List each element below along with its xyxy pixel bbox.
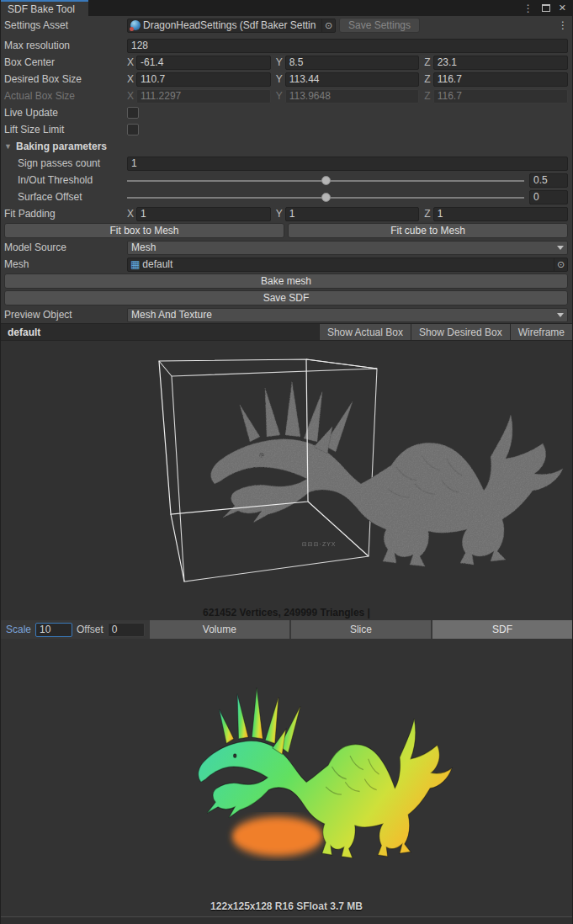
x-axis-label: X: [127, 56, 134, 68]
sign-passes-count-input[interactable]: 1: [127, 157, 568, 171]
window-menu-icon[interactable]: ⋮: [523, 3, 533, 13]
wireframe-button[interactable]: Wireframe: [510, 324, 572, 340]
fit-cube-to-mesh-button[interactable]: Fit cube to Mesh: [288, 223, 568, 238]
offset-label: Offset: [77, 624, 103, 635]
actual-box-size-row: Actual Box Size X 111.2297 Y 113.9648 Z …: [1, 88, 572, 104]
bake-mesh-button[interactable]: Bake mesh: [4, 273, 568, 289]
model-source-dropdown[interactable]: Mesh: [127, 241, 568, 255]
settings-asset-field[interactable]: DragonHeadSettings (Sdf Baker Settin ⊙: [127, 19, 336, 33]
offset-input[interactable]: 0: [108, 623, 145, 637]
settings-form: Max resolution 128 Box Center X -61.4 Y …: [1, 35, 572, 323]
y-axis-label: Y: [276, 56, 283, 68]
close-icon[interactable]: ✕: [559, 3, 566, 13]
settings-toolbar: Settings Asset DragonHeadSettings (Sdf B…: [1, 16, 572, 35]
y-axis-label: Y: [276, 208, 283, 220]
baking-parameters-label: Baking parameters: [16, 141, 107, 152]
surface-offset-label: Surface Offset: [4, 191, 127, 203]
sdf-preview-canvas: [1, 639, 572, 916]
surface-offset-input[interactable]: 0: [529, 190, 568, 204]
save-sdf-row: Save SDF: [1, 289, 572, 306]
slider-handle[interactable]: [321, 176, 331, 185]
show-desired-box-button[interactable]: Show Desired Box: [411, 324, 510, 340]
actual-box-size-y-value: 113.9648: [285, 89, 420, 104]
tab-slice[interactable]: Slice: [291, 620, 431, 639]
max-resolution-input[interactable]: 128: [127, 39, 568, 53]
show-actual-box-button[interactable]: Show Actual Box: [319, 324, 411, 340]
preview-object-label: Preview Object: [4, 309, 127, 321]
desired-box-size-row: Desired Box Size X 110.7 Y 113.44 Z 116.…: [1, 71, 572, 88]
sign-passes-count-label: Sign passes count: [4, 157, 127, 169]
actual-box-size-label: Actual Box Size: [4, 90, 127, 102]
mesh-object-field[interactable]: ▦ default ⊙: [127, 258, 568, 272]
save-sdf-button[interactable]: Save SDF: [4, 290, 568, 305]
z-axis-label: Z: [424, 56, 430, 68]
fit-padding-x-input[interactable]: 1: [136, 207, 271, 221]
save-settings-button[interactable]: Save Settings: [339, 18, 420, 33]
titlebar-spacer: [88, 0, 523, 16]
mesh-icon: ▦: [130, 259, 140, 269]
in-out-threshold-input[interactable]: 0.5: [529, 173, 568, 188]
box-center-label: Box Center: [4, 56, 127, 68]
preview-object-dropdown[interactable]: Mesh And Texture: [127, 308, 568, 322]
object-picker-icon[interactable]: ⊙: [321, 19, 335, 32]
desired-box-size-y-input[interactable]: 113.44: [285, 72, 420, 87]
scale-input[interactable]: 10: [35, 623, 72, 637]
sdf-bake-tool-window: SDF Bake Tool ⋮ ✕ Settings Asset DragonH…: [0, 0, 573, 924]
bake-mesh-row: Bake mesh: [1, 273, 572, 289]
model-source-row: Model Source Mesh: [1, 239, 572, 256]
foldout-arrow-icon: ▼: [4, 142, 16, 151]
box-center-y-input[interactable]: 8.5: [285, 56, 420, 70]
tab-volume[interactable]: Volume: [150, 620, 289, 639]
scale-label: Scale: [6, 624, 31, 635]
mesh-label: Mesh: [4, 258, 127, 270]
mesh-row: Mesh ▦ default ⊙: [1, 256, 572, 273]
box-center-z-input[interactable]: 23.1: [433, 56, 568, 70]
x-axis-label: X: [127, 90, 134, 102]
dropdown-arrow-icon: [557, 313, 564, 317]
title-bar: SDF Bake Tool ⋮ ✕: [1, 0, 572, 16]
fit-padding-y-input[interactable]: 1: [285, 207, 420, 221]
in-out-threshold-slider[interactable]: [127, 173, 524, 188]
actual-box-size-z-value: 116.7: [433, 89, 568, 104]
mesh-stats-text: 621452 Vertices, 249999 Triangles |: [1, 607, 572, 619]
window-bottom-edge: [1, 916, 572, 924]
desired-box-size-z-input[interactable]: 116.7: [433, 72, 568, 87]
actual-box-size-x-value: 111.2297: [136, 89, 271, 104]
live-update-row: Live Update: [1, 104, 572, 121]
y-axis-label: Y: [276, 90, 283, 102]
model-source-value: Mesh: [131, 242, 156, 253]
dragon-sdf: [199, 688, 452, 858]
baking-parameters-foldout[interactable]: ▼ Baking parameters: [1, 138, 572, 155]
live-update-checkbox[interactable]: [127, 107, 139, 119]
settings-asset-icon: [130, 20, 141, 30]
object-picker-icon[interactable]: ⊙: [554, 258, 567, 271]
mesh-preview-canvas: [1, 341, 572, 620]
tab-sdf[interactable]: SDF: [432, 620, 572, 639]
preview-title: default: [1, 324, 319, 340]
live-update-label: Live Update: [4, 107, 127, 119]
tab-sdf-bake-tool[interactable]: SDF Bake Tool: [1, 0, 88, 16]
mesh-preview-viewport[interactable]: ⊟⊟⊟·ZYX 621452 Vertices, 249999 Triangle…: [1, 341, 572, 620]
z-axis-label: Z: [424, 208, 430, 220]
slider-handle[interactable]: [321, 193, 331, 202]
box-center-x-input[interactable]: -61.4: [136, 56, 271, 70]
preview-object-value: Mesh And Texture: [131, 309, 212, 321]
preview-header: default Show Actual Box Show Desired Box…: [1, 323, 572, 341]
surface-offset-slider[interactable]: [127, 190, 524, 204]
in-out-threshold-row: In/Out Threshold 0.5: [1, 172, 572, 189]
toolbar-menu-icon[interactable]: ⋮: [558, 20, 568, 30]
lift-size-limit-checkbox[interactable]: [127, 124, 139, 135]
fit-padding-z-input[interactable]: 1: [433, 207, 568, 221]
sdf-preview-viewport[interactable]: 122x125x128 R16 SFloat 3.7 MB: [1, 639, 572, 916]
lift-size-limit-label: Lift Size Limit: [4, 124, 127, 135]
surface-offset-row: Surface Offset 0: [1, 189, 572, 205]
settings-asset-value: DragonHeadSettings (Sdf Baker Settin: [143, 19, 321, 31]
preview-object-row: Preview Object Mesh And Texture: [1, 306, 572, 323]
z-axis-label: Z: [424, 73, 430, 85]
fit-box-to-mesh-button[interactable]: Fit box to Mesh: [4, 223, 284, 238]
z-axis-label: Z: [424, 90, 430, 102]
fit-buttons-row: Fit box to Mesh Fit cube to Mesh: [1, 222, 572, 239]
model-source-label: Model Source: [4, 242, 127, 253]
maximize-icon[interactable]: [542, 4, 550, 12]
desired-box-size-x-input[interactable]: 110.7: [136, 72, 271, 87]
